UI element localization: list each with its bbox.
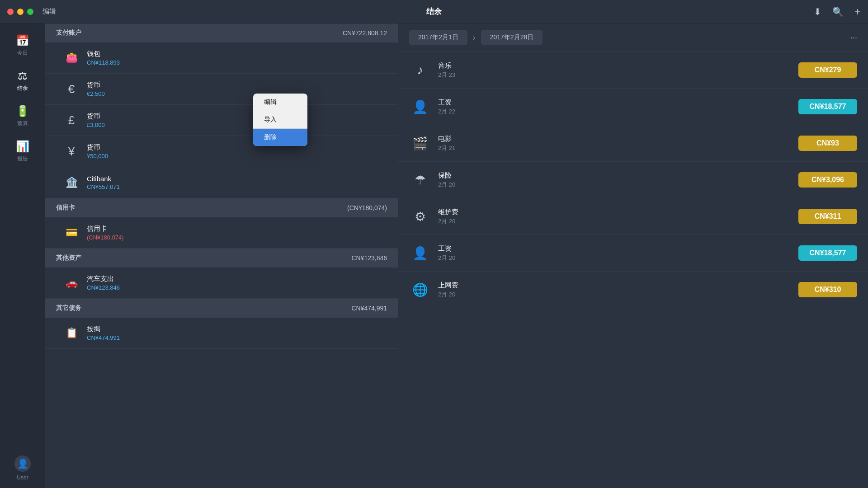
edit-button[interactable]: 编辑 (42, 7, 56, 16)
titlebar-actions: ⬇ 🔍 + (814, 5, 861, 18)
download-icon[interactable]: ⬇ (814, 6, 821, 17)
transaction-salary2[interactable]: 👤 工资 2月 20 CN¥18,577 (398, 235, 868, 272)
titlebar: 编辑 结余 ⬇ 🔍 + (0, 0, 868, 23)
account-info-wallet: 钱包 CN¥118,893 (87, 50, 387, 66)
date-end-button[interactable]: 2017年2月28日 (481, 30, 543, 45)
tx-info-music: 音乐 2月 23 (438, 61, 798, 79)
maintenance-icon: ⚙ (409, 206, 431, 227)
close-button[interactable] (7, 9, 14, 15)
account-item-citibank[interactable]: 🏦 Citibank CN¥557,071 (45, 167, 398, 198)
account-item-car[interactable]: 🚗 汽车支出 CN¥123,846 (45, 267, 398, 299)
tx-date-salary2: 2月 20 (438, 254, 798, 262)
more-options-button[interactable]: ··· (850, 33, 857, 42)
transaction-insurance[interactable]: ☂ 保险 2月 20 CN¥3,096 (398, 162, 868, 198)
transaction-music[interactable]: ♪ 音乐 2月 23 CN¥279 (398, 52, 868, 89)
context-menu-edit[interactable]: 编辑 (253, 94, 307, 111)
right-panel: 2017年2月1日 › 2017年2月28日 ··· ♪ 音乐 2月 23 CN… (398, 23, 868, 488)
pound-icon: £ (63, 112, 80, 128)
left-panel: 支付账户 CN¥722,808.12 👛 钱包 CN¥118,893 € 货币 … (45, 23, 398, 488)
account-item-wallet[interactable]: 👛 钱包 CN¥118,893 (45, 42, 398, 74)
calendar-icon: 📅 (16, 34, 29, 47)
transaction-maintenance[interactable]: ⚙ 维护费 2月 20 CN¥311 (398, 198, 868, 235)
section-total-other-debt: CN¥474,991 (351, 305, 387, 312)
context-menu-import[interactable]: 导入 (253, 111, 307, 129)
section-header-payment: 支付账户 CN¥722,808.12 (45, 23, 398, 42)
tx-amount-internet[interactable]: CN¥310 (798, 282, 857, 297)
account-balance-jpy: ¥50,000 (87, 153, 387, 160)
page-title: 结余 (426, 6, 442, 17)
user-profile[interactable]: 👤 User (0, 448, 45, 488)
tx-info-salary1: 工资 2月 22 (438, 98, 798, 116)
movie-icon: 🎬 (409, 132, 431, 154)
account-balance-credit: (CN¥180,074) (87, 234, 387, 241)
tx-info-internet: 上网费 2月 20 (438, 281, 798, 299)
fullscreen-button[interactable] (27, 9, 33, 15)
account-name-eur: 货币 (87, 81, 387, 89)
date-start-button[interactable]: 2017年2月1日 (409, 30, 467, 45)
account-info-jpy: 货币 ¥50,000 (87, 143, 387, 160)
section-header-other-assets: 其他资产 CN¥123,846 (45, 249, 398, 267)
minimize-button[interactable] (17, 9, 24, 15)
tx-info-movie: 电影 2月 21 (438, 135, 798, 152)
tx-amount-salary2[interactable]: CN¥18,577 (798, 245, 857, 261)
tx-name-maintenance: 维护费 (438, 208, 798, 216)
credit-card-icon: 💳 (63, 225, 80, 241)
content-area: 支付账户 CN¥722,808.12 👛 钱包 CN¥118,893 € 货币 … (45, 23, 868, 488)
tx-date-maintenance: 2月 20 (438, 217, 798, 225)
account-item-eur[interactable]: € 货币 €2,500 (45, 74, 398, 105)
transaction-movie[interactable]: 🎬 电影 2月 21 CN¥93 (398, 125, 868, 162)
tx-amount-maintenance[interactable]: CN¥311 (798, 209, 857, 224)
account-info-credit: 信用卡 (CN¥180,074) (87, 225, 387, 241)
tx-amount-movie[interactable]: CN¥93 (798, 136, 857, 151)
tx-name-insurance: 保险 (438, 171, 798, 180)
sidebar-item-calendar[interactable]: 📅 今日 (0, 28, 45, 63)
section-header-other-debt: 其它债务 CN¥474,991 (45, 299, 398, 318)
account-balance-mortgage: CN¥474,991 (87, 334, 387, 341)
tx-date-music: 2月 23 (438, 71, 798, 79)
transaction-salary1[interactable]: 👤 工资 2月 22 CN¥18,577 (398, 89, 868, 125)
section-title-credit: 信用卡 (56, 204, 75, 212)
tx-date-internet: 2月 20 (438, 291, 798, 299)
wallet-icon: 👛 (63, 50, 80, 66)
internet-icon: 🌐 (409, 279, 431, 300)
search-icon[interactable]: 🔍 (832, 6, 844, 17)
tx-amount-insurance[interactable]: CN¥3,096 (798, 172, 857, 188)
budget-icon: 🔋 (16, 105, 29, 117)
transaction-internet[interactable]: 🌐 上网费 2月 20 CN¥310 (398, 272, 868, 308)
insurance-icon: ☂ (409, 169, 431, 191)
right-panel-header: 2017年2月1日 › 2017年2月28日 ··· (398, 23, 868, 52)
account-item-jpy[interactable]: ¥ 货币 ¥50,000 (45, 136, 398, 167)
tx-info-insurance: 保险 2月 20 (438, 171, 798, 189)
account-name-citibank: Citibank (87, 175, 387, 183)
tx-info-salary2: 工资 2月 20 (438, 244, 798, 262)
mortgage-icon: 📋 (63, 325, 80, 341)
account-name-car: 汽车支出 (87, 275, 387, 283)
account-balance-wallet: CN¥118,893 (87, 59, 387, 66)
account-info-citibank: Citibank CN¥557,071 (87, 175, 387, 190)
sidebar-label-budget: 预算 (17, 120, 28, 127)
context-menu-delete[interactable]: 删除 (253, 129, 307, 146)
account-item-gbp[interactable]: £ 货币 £3,000 (45, 105, 398, 136)
account-name-credit: 信用卡 (87, 225, 387, 233)
tx-name-salary2: 工资 (438, 244, 798, 253)
tx-name-music: 音乐 (438, 61, 798, 70)
car-icon: 🚗 (63, 275, 80, 291)
account-balance-gbp: £3,000 (87, 122, 387, 128)
tx-date-salary1: 2月 22 (438, 108, 798, 116)
tx-amount-salary1[interactable]: CN¥18,577 (798, 99, 857, 114)
euro-icon: € (63, 81, 80, 97)
add-icon[interactable]: + (854, 5, 861, 18)
account-info-mortgage: 按揭 CN¥474,991 (87, 325, 387, 341)
sidebar-bottom: 👤 User (0, 448, 45, 488)
tx-amount-music[interactable]: CN¥279 (798, 62, 857, 78)
account-name-jpy: 货币 (87, 143, 387, 152)
account-item-credit-card[interactable]: 💳 信用卡 (CN¥180,074) (45, 217, 398, 249)
account-info-eur: 货币 €2,500 (87, 81, 387, 97)
date-arrow-icon: › (473, 33, 476, 42)
sidebar-item-budget[interactable]: 🔋 预算 (0, 99, 45, 134)
account-item-mortgage[interactable]: 📋 按揭 CN¥474,991 (45, 318, 398, 349)
tx-date-movie: 2月 21 (438, 144, 798, 152)
account-name-wallet: 钱包 (87, 50, 387, 58)
sidebar-item-reports[interactable]: 📊 报告 (0, 134, 45, 169)
sidebar-item-balance[interactable]: ⚖ 结余 (0, 63, 45, 99)
